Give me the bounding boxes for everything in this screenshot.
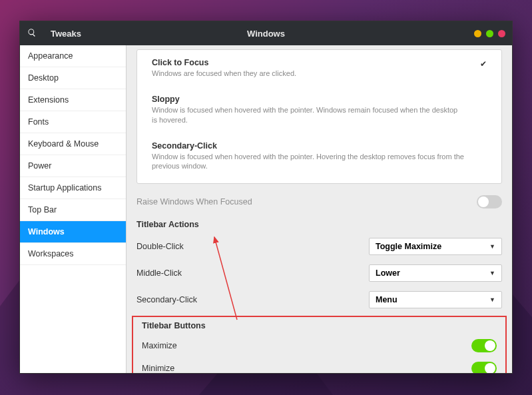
secondary-click-row: Secondary-Click Menu ▼: [134, 286, 504, 313]
sidebar-item-label: Power: [28, 161, 51, 171]
sidebar-item-fonts[interactable]: Fonts: [20, 111, 126, 133]
sidebar: Appearance Desktop Extensions Fonts Keyb…: [20, 45, 127, 373]
sidebar-item-label: Windows: [28, 227, 65, 236]
focus-option-sloppy[interactable]: Sloppy Window is focused when hovered wi…: [152, 87, 487, 133]
header-bar: Tweaks Windows: [20, 21, 512, 45]
sidebar-item-keyboard-mouse[interactable]: Keyboard & Mouse: [20, 133, 126, 155]
dropdown-value: Lower: [376, 268, 400, 278]
app-title: Tweaks: [51, 29, 81, 39]
sidebar-item-label: Appearance: [28, 51, 73, 61]
sidebar-item-top-bar[interactable]: Top Bar: [20, 199, 126, 221]
sidebar-item-label: Desktop: [28, 73, 59, 83]
search-button[interactable]: [20, 21, 44, 45]
titlebar-buttons-heading: Titlebar Buttons: [140, 321, 499, 334]
sidebar-item-desktop[interactable]: Desktop: [20, 67, 126, 89]
sidebar-item-label: Startup Applications: [28, 183, 102, 193]
tweaks-window: Tweaks Windows Appearance Desktop Extens…: [19, 21, 513, 374]
chevron-down-icon: ▼: [489, 243, 495, 250]
dropdown-value: Menu: [376, 295, 398, 304]
sidebar-item-label: Workspaces: [28, 249, 74, 258]
sidebar-item-workspaces[interactable]: Workspaces: [20, 243, 126, 265]
raise-when-focused-toggle[interactable]: [477, 195, 502, 208]
focus-option-desc: Window is focused when hovered with the …: [152, 152, 465, 172]
focus-option-click[interactable]: Click to Focus Windows are focused when …: [152, 50, 487, 87]
window-controls: [474, 30, 505, 37]
sidebar-item-label: Keyboard & Mouse: [28, 139, 99, 149]
focus-option-title: Sloppy: [152, 95, 487, 104]
secondary-click-dropdown[interactable]: Menu ▼: [369, 291, 502, 308]
sidebar-item-windows[interactable]: Windows: [20, 221, 126, 243]
chevron-down-icon: ▼: [489, 270, 495, 276]
double-click-row: Double-Click Toggle Maximize ▼: [134, 233, 504, 260]
maximize-window-button[interactable]: [486, 30, 493, 37]
sidebar-item-label: Extensions: [28, 95, 69, 105]
checkmark-icon: ✔: [480, 59, 487, 69]
minimize-row: Minimize: [140, 357, 499, 373]
sidebar-item-extensions[interactable]: Extensions: [20, 89, 126, 111]
sidebar-item-label: Fonts: [28, 117, 49, 127]
focus-option-desc: Windows are focused when they are clicke…: [152, 69, 465, 79]
minimize-toggle[interactable]: [471, 362, 497, 373]
maximize-label: Maximize: [142, 341, 177, 350]
search-icon: [27, 28, 37, 39]
close-window-button[interactable]: [498, 30, 505, 37]
dropdown-value: Toggle Maximize: [376, 242, 441, 251]
section-title: Windows: [20, 29, 512, 39]
focus-option-desc: Window is focused when hovered with the …: [152, 105, 465, 125]
sidebar-item-startup-applications[interactable]: Startup Applications: [20, 177, 126, 199]
minimize-label: Minimize: [142, 364, 174, 373]
raise-when-focused-row: Raise Windows When Focused: [134, 191, 504, 213]
minimize-window-button[interactable]: [474, 30, 481, 37]
titlebar-actions-heading: Titlebar Actions: [134, 213, 504, 233]
maximize-toggle[interactable]: [471, 339, 497, 352]
middle-click-label: Middle-Click: [136, 268, 182, 278]
secondary-click-label: Secondary-Click: [136, 295, 197, 304]
sidebar-item-label: Top Bar: [28, 205, 57, 214]
middle-click-dropdown[interactable]: Lower ▼: [369, 264, 502, 282]
double-click-label: Double-Click: [136, 242, 184, 251]
focus-option-title: Secondary-Click: [152, 141, 487, 151]
raise-when-focused-label: Raise Windows When Focused: [136, 197, 252, 206]
focus-option-title: Click to Focus: [152, 58, 487, 67]
maximize-row: Maximize: [140, 334, 499, 357]
titlebar-buttons-highlight: Titlebar Buttons Maximize Minimize Place…: [132, 316, 507, 373]
window-focus-panel: Click to Focus Windows are focused when …: [136, 49, 502, 184]
chevron-down-icon: ▼: [489, 296, 495, 303]
focus-option-secondary-click[interactable]: Secondary-Click Window is focused when h…: [152, 133, 487, 175]
sidebar-item-power[interactable]: Power: [20, 155, 126, 177]
content-area: Click to Focus Windows are focused when …: [127, 45, 512, 373]
double-click-dropdown[interactable]: Toggle Maximize ▼: [369, 238, 502, 255]
sidebar-item-appearance[interactable]: Appearance: [20, 45, 126, 67]
middle-click-row: Middle-Click Lower ▼: [134, 260, 504, 286]
